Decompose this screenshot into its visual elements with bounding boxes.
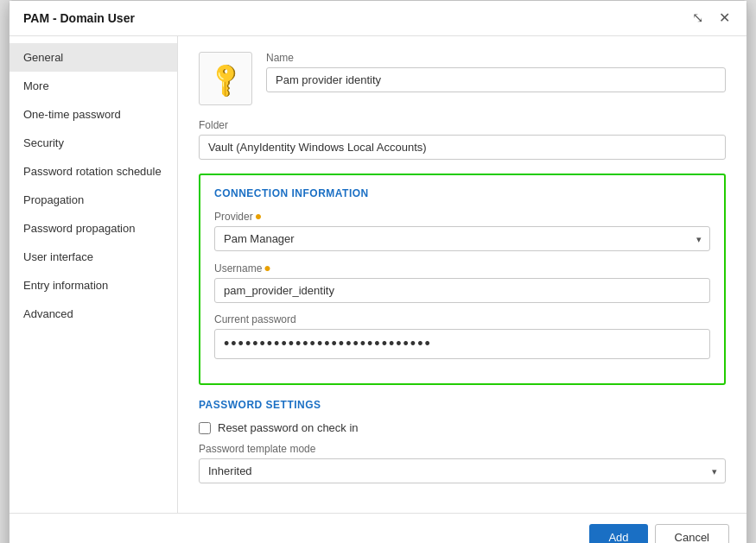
dialog-titlebar: PAM - Domain User ⤡ ✕ [10,1,746,36]
cancel-button[interactable]: Cancel [655,524,729,543]
reset-password-row: Reset password on check in [199,421,726,434]
folder-input[interactable] [199,135,726,160]
username-field-group: Username● [214,262,710,303]
password-settings-section: PASSWORD SETTINGS Reset password on chec… [199,399,726,483]
password-settings-heading: PASSWORD SETTINGS [199,399,726,411]
connection-section: CONNECTION INFORMATION Provider● Pam Man… [199,174,726,385]
template-mode-select-wrap: Inherited ▾ [199,458,726,483]
template-mode-field-group: Password template mode Inherited ▾ [199,443,726,483]
sidebar-item-propagation[interactable]: Propagation [10,186,177,214]
close-button[interactable]: ✕ [715,9,734,27]
provider-required-dot: ● [255,209,262,223]
main-content: 🔑 Name Folder CONNECTION INFORMATION Pro [178,36,746,513]
dialog-footer: Add Cancel [10,513,746,543]
folder-row: Folder [199,119,726,160]
provider-field-group: Provider● Pam Manager ▾ [214,210,710,251]
sidebar: General More One-time password Security … [10,36,178,513]
template-mode-select[interactable]: Inherited [199,458,726,483]
dialog-title: PAM - Domain User [23,11,135,25]
username-required-dot: ● [264,261,270,275]
reset-password-checkbox[interactable] [199,422,211,434]
add-button[interactable]: Add [589,524,647,543]
pam-domain-user-dialog: PAM - Domain User ⤡ ✕ General More One-t… [9,0,747,543]
sidebar-item-password-rotation-schedule[interactable]: Password rotation schedule [10,157,177,186]
name-row: 🔑 Name [199,52,726,105]
username-input[interactable] [214,278,710,303]
current-password-input[interactable] [214,329,710,359]
sidebar-item-more[interactable]: More [10,72,177,100]
sidebar-item-password-propagation[interactable]: Password propagation [10,214,177,243]
sidebar-item-general[interactable]: General [10,43,177,72]
sidebar-item-entry-information[interactable]: Entry information [10,271,177,300]
name-input[interactable] [266,67,726,92]
folder-label: Folder [199,119,726,131]
provider-select[interactable]: Pam Manager [214,226,710,251]
provider-select-wrap: Pam Manager ▾ [214,226,710,251]
template-mode-label: Password template mode [199,443,726,455]
collapse-button[interactable]: ⤡ [688,9,708,27]
current-password-label: Current password [214,313,710,325]
name-field-wrap: Name [266,52,726,92]
reset-password-label: Reset password on check in [218,421,359,434]
titlebar-buttons: ⤡ ✕ [688,9,734,27]
current-password-field-group: Current password [214,313,710,359]
dialog-body: General More One-time password Security … [10,36,746,513]
connection-heading: CONNECTION INFORMATION [214,187,710,199]
entry-icon-box: 🔑 [199,52,252,105]
sidebar-item-advanced[interactable]: Advanced [10,300,177,328]
sidebar-item-user-interface[interactable]: User interface [10,243,177,271]
sidebar-item-security[interactable]: Security [10,129,177,157]
key-icon: 🔑 [205,58,246,99]
provider-label: Provider● [214,210,710,223]
name-label: Name [266,52,726,64]
username-label: Username● [214,262,710,275]
sidebar-item-one-time-password[interactable]: One-time password [10,100,177,129]
